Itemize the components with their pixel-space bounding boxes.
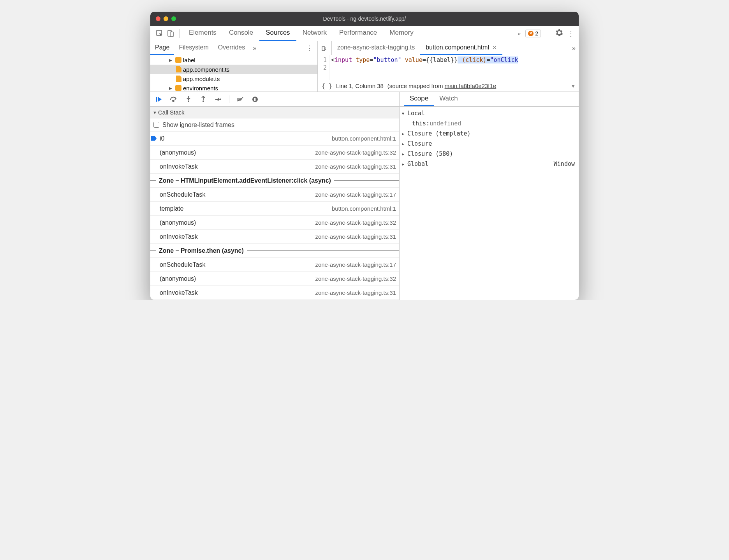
bookmark-icon[interactable]: ▾ bbox=[572, 83, 575, 90]
svg-point-8 bbox=[220, 99, 221, 100]
stack-frame[interactable]: onInvokeTaskzone-async-stack-tagging.ts:… bbox=[150, 286, 399, 300]
stack-frame[interactable]: onInvokeTaskzone-async-stack-tagging.ts:… bbox=[150, 230, 399, 244]
kebab-icon[interactable]: ⋮ bbox=[567, 29, 575, 38]
scope-item[interactable]: ▶Closure bbox=[400, 139, 579, 149]
more-file-tabs-icon[interactable]: » bbox=[569, 41, 579, 55]
file-tab-button-component-html[interactable]: button.component.html✕ bbox=[420, 41, 502, 55]
more-navigator-tabs-icon[interactable]: » bbox=[250, 41, 259, 55]
async-separator: Zone – Promise.then (async) bbox=[150, 244, 399, 258]
step-out-icon[interactable] bbox=[199, 95, 207, 103]
separator bbox=[179, 29, 180, 38]
scope-list: ▼Localthis: undefined▶Closure (template)… bbox=[400, 107, 579, 171]
navigator-kebab-icon[interactable]: ⋮ bbox=[302, 41, 317, 55]
tree-file-app-module-ts[interactable]: app.module.ts bbox=[150, 74, 317, 83]
step-icon[interactable] bbox=[214, 95, 222, 103]
chevron-right-icon: ▶ bbox=[169, 58, 174, 62]
main-tab-network[interactable]: Network bbox=[296, 26, 333, 41]
main-tab-elements[interactable]: Elements bbox=[183, 26, 223, 41]
callstack-list: i0button.component.html:1(anonymous)zone… bbox=[150, 132, 399, 300]
editor-status: { } Line 1, Column 38 (source mapped fro… bbox=[318, 80, 579, 92]
file-tree: ▶labelapp.component.tsapp.module.ts▶envi… bbox=[150, 55, 317, 92]
main-tab-console[interactable]: Console bbox=[223, 26, 259, 41]
scope-item[interactable]: this: undefined bbox=[400, 118, 579, 129]
tree-folder-label[interactable]: ▶label bbox=[150, 55, 317, 65]
ignore-listed-row[interactable]: Show ignore-listed frames bbox=[150, 118, 399, 132]
navigator-tabs: PageFilesystemOverrides»⋮ bbox=[150, 41, 317, 55]
step-into-icon[interactable] bbox=[185, 95, 192, 103]
cursor-position: Line 1, Column 38 bbox=[336, 83, 384, 89]
main-tab-memory[interactable]: Memory bbox=[383, 26, 419, 41]
resume-icon[interactable] bbox=[155, 95, 163, 103]
scope-tabs: ScopeWatch bbox=[400, 92, 579, 107]
scope-item[interactable]: ▶Closure (580) bbox=[400, 149, 579, 159]
minimize-window-icon[interactable] bbox=[164, 16, 168, 21]
stack-frame[interactable]: templatebutton.component.html:1 bbox=[150, 202, 399, 216]
disclosure-icon: ▼ bbox=[153, 110, 158, 115]
tree-folder-environments[interactable]: ▶environments bbox=[150, 83, 317, 92]
navigator-tab-page[interactable]: Page bbox=[150, 41, 174, 55]
stack-frame[interactable]: (anonymous)zone-async-stack-tagging.ts:3… bbox=[150, 272, 399, 286]
titlebar: DevTools - ng-devtools.netlify.app/ bbox=[150, 12, 579, 26]
separator bbox=[548, 29, 548, 38]
navigator-tab-overrides[interactable]: Overrides bbox=[213, 41, 250, 55]
stack-frame[interactable]: (anonymous)zone-async-stack-tagging.ts:3… bbox=[150, 216, 399, 230]
stack-frame[interactable]: (anonymous)zone-async-stack-tagging.ts:3… bbox=[150, 146, 399, 160]
main-tab-performance[interactable]: Performance bbox=[333, 26, 383, 41]
chevron-icon: ▼ bbox=[402, 111, 407, 116]
devtools-window: DevTools - ng-devtools.netlify.app/ Elem… bbox=[150, 12, 579, 300]
main-toolbar: ElementsConsoleSourcesNetworkPerformance… bbox=[150, 26, 579, 41]
file-icon bbox=[176, 66, 181, 72]
svg-point-5 bbox=[173, 100, 174, 102]
tree-file-app-component-ts[interactable]: app.component.ts bbox=[150, 65, 317, 74]
svg-rect-12 bbox=[255, 98, 256, 101]
inspect-icon[interactable] bbox=[154, 28, 165, 39]
step-over-icon[interactable] bbox=[170, 95, 178, 103]
code-editor[interactable]: 12 <input type="button" value={{label}} … bbox=[318, 55, 579, 80]
stack-frame[interactable]: onScheduleTaskzone-async-stack-tagging.t… bbox=[150, 258, 399, 272]
gutter: 12 bbox=[318, 55, 329, 80]
stack-frame[interactable]: onScheduleTaskzone-async-stack-tagging.t… bbox=[150, 188, 399, 202]
gear-icon[interactable] bbox=[555, 29, 563, 38]
svg-point-7 bbox=[202, 100, 204, 102]
stack-frame[interactable]: onInvokeTaskzone-async-stack-tagging.ts:… bbox=[150, 160, 399, 174]
file-tabs: zone-async-stack-tagging.tsbutton.compon… bbox=[318, 41, 579, 55]
navigator-pane: PageFilesystemOverrides»⋮ ▶labelapp.comp… bbox=[150, 41, 318, 92]
svg-point-10 bbox=[252, 97, 258, 102]
async-separator: Zone – HTMLInputElement.addEventListener… bbox=[150, 174, 399, 188]
scope-tab-scope[interactable]: Scope bbox=[404, 92, 434, 106]
more-tabs-icon[interactable]: » bbox=[518, 30, 521, 37]
pause-on-exceptions-icon[interactable] bbox=[251, 95, 259, 103]
deactivate-breakpoints-icon[interactable] bbox=[236, 95, 244, 103]
callstack-header[interactable]: ▼ Call Stack bbox=[150, 107, 399, 118]
chevron-icon: ▶ bbox=[402, 142, 407, 146]
device-toggle-icon[interactable] bbox=[165, 28, 176, 39]
file-icon bbox=[176, 76, 181, 82]
file-tab-zone-async-stack-tagging-ts[interactable]: zone-async-stack-tagging.ts bbox=[332, 41, 420, 55]
maximize-window-icon[interactable] bbox=[171, 16, 176, 21]
close-window-icon[interactable] bbox=[156, 16, 160, 21]
toolbar-right: ✕ 2 ⋮ bbox=[525, 29, 575, 38]
error-icon: ✕ bbox=[528, 31, 534, 36]
svg-point-6 bbox=[188, 100, 189, 102]
ignore-listed-checkbox[interactable] bbox=[153, 122, 159, 128]
folder-icon bbox=[175, 85, 181, 91]
chevron-right-icon: ▶ bbox=[169, 86, 174, 90]
scope-item[interactable]: ▶Closure (template) bbox=[400, 129, 579, 139]
scope-item[interactable]: ▶GlobalWindow bbox=[400, 159, 579, 169]
close-icon[interactable]: ✕ bbox=[492, 44, 497, 51]
chevron-icon: ▶ bbox=[402, 162, 407, 166]
error-badge[interactable]: ✕ 2 bbox=[525, 30, 541, 37]
editor-pane: zone-async-stack-tagging.tsbutton.compon… bbox=[318, 41, 579, 92]
main-tab-sources[interactable]: Sources bbox=[259, 26, 296, 41]
stack-frame[interactable]: i0button.component.html:1 bbox=[150, 132, 399, 146]
pretty-print-icon[interactable]: { } bbox=[322, 83, 332, 90]
navigator-tab-filesystem[interactable]: Filesystem bbox=[174, 41, 213, 55]
svg-rect-0 bbox=[157, 30, 162, 35]
scope-tab-watch[interactable]: Watch bbox=[434, 92, 463, 106]
scope-pane: ScopeWatch ▼Localthis: undefined▶Closure… bbox=[400, 92, 579, 300]
nav-file-icon[interactable] bbox=[318, 41, 332, 55]
separator bbox=[229, 95, 229, 103]
scope-item[interactable]: ▼Local bbox=[400, 108, 579, 118]
code-lines: <input type="button" value={{label}} (cl… bbox=[329, 55, 579, 80]
svg-rect-11 bbox=[254, 98, 255, 101]
